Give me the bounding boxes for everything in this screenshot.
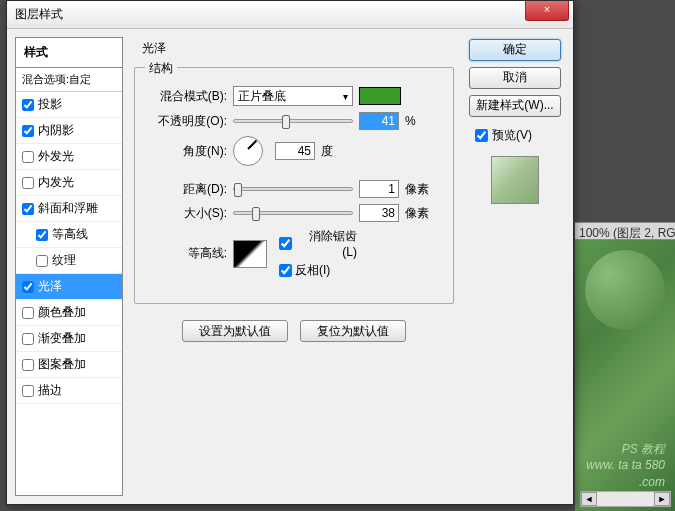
titlebar[interactable]: 图层样式 × — [7, 1, 573, 29]
styles-list: 样式 混合选项:自定 投影内阴影外发光内发光斜面和浮雕等高线纹理光泽颜色叠加渐变… — [15, 37, 123, 496]
action-panel: 确定 取消 新建样式(W)... 预览(V) — [465, 37, 565, 496]
angle-unit: 度 — [321, 143, 351, 160]
preview-checkbox[interactable]: 预览(V) — [469, 127, 561, 144]
size-input[interactable]: 38 — [359, 204, 399, 222]
structure-group: 结构 混合模式(B): 正片叠底 不透明度(O): 41 % 角度(N): — [134, 67, 454, 304]
opacity-unit: % — [405, 114, 435, 128]
style-item-3[interactable]: 内发光 — [16, 170, 122, 196]
blend-mode-value: 正片叠底 — [238, 88, 286, 105]
restore-default-button[interactable]: 复位为默认值 — [300, 320, 406, 342]
style-checkbox-2[interactable] — [22, 151, 34, 163]
preview-swatch[interactable] — [491, 156, 539, 204]
styles-header[interactable]: 样式 — [16, 38, 122, 68]
style-item-5[interactable]: 等高线 — [16, 222, 122, 248]
antialias-input[interactable] — [279, 237, 292, 250]
antialias-label: 消除锯齿(L) — [295, 228, 357, 259]
style-label-0: 投影 — [38, 96, 62, 113]
angle-label: 角度(N): — [149, 143, 227, 160]
contour-label: 等高线: — [149, 245, 227, 262]
close-button[interactable]: × — [525, 1, 569, 21]
preview-label: 预览(V) — [492, 127, 532, 144]
style-label-4: 斜面和浮雕 — [38, 200, 98, 217]
watermark: PS 教程 www. ta ta 580 .com — [575, 441, 665, 491]
opacity-input[interactable]: 41 — [359, 112, 399, 130]
style-label-11: 描边 — [38, 382, 62, 399]
style-checkbox-7[interactable] — [22, 281, 34, 293]
invert-checkbox[interactable]: 反相(I) — [279, 262, 357, 279]
style-checkbox-6[interactable] — [36, 255, 48, 267]
opacity-label: 不透明度(O): — [149, 113, 227, 130]
style-item-10[interactable]: 图案叠加 — [16, 352, 122, 378]
size-thumb[interactable] — [252, 207, 260, 221]
distance-thumb[interactable] — [234, 183, 242, 197]
contour-picker[interactable] — [233, 240, 267, 268]
style-checkbox-8[interactable] — [22, 307, 34, 319]
distance-label: 距离(D): — [149, 181, 227, 198]
document-tab[interactable]: 100% (图层 2, RG — [575, 222, 675, 240]
set-default-button[interactable]: 设置为默认值 — [182, 320, 288, 342]
style-item-2[interactable]: 外发光 — [16, 144, 122, 170]
style-item-6[interactable]: 纹理 — [16, 248, 122, 274]
style-item-9[interactable]: 渐变叠加 — [16, 326, 122, 352]
section-title: 光泽 — [138, 40, 170, 57]
style-label-10: 图案叠加 — [38, 356, 86, 373]
blend-mode-label: 混合模式(B): — [149, 88, 227, 105]
preview-input[interactable] — [475, 129, 488, 142]
style-item-0[interactable]: 投影 — [16, 92, 122, 118]
style-label-9: 渐变叠加 — [38, 330, 86, 347]
style-checkbox-3[interactable] — [22, 177, 34, 189]
blend-options-item[interactable]: 混合选项:自定 — [16, 68, 122, 92]
scroll-right-button[interactable]: ► — [654, 492, 670, 506]
style-checkbox-1[interactable] — [22, 125, 34, 137]
style-label-2: 外发光 — [38, 148, 74, 165]
style-label-1: 内阴影 — [38, 122, 74, 139]
size-slider[interactable] — [233, 211, 353, 215]
color-swatch[interactable] — [359, 87, 401, 105]
canvas-image: PS 教程 www. ta ta 580 .com — [575, 240, 675, 511]
style-checkbox-11[interactable] — [22, 385, 34, 397]
invert-input[interactable] — [279, 264, 292, 277]
style-checkbox-9[interactable] — [22, 333, 34, 345]
angle-input[interactable]: 45 — [275, 142, 315, 160]
invert-label: 反相(I) — [295, 262, 330, 279]
opacity-thumb[interactable] — [282, 115, 290, 129]
distance-unit: 像素 — [405, 181, 435, 198]
layer-style-dialog: 图层样式 × 样式 混合选项:自定 投影内阴影外发光内发光斜面和浮雕等高线纹理光… — [6, 0, 574, 505]
style-label-6: 纹理 — [52, 252, 76, 269]
cancel-button[interactable]: 取消 — [469, 67, 561, 89]
style-checkbox-0[interactable] — [22, 99, 34, 111]
size-label: 大小(S): — [149, 205, 227, 222]
dialog-title: 图层样式 — [15, 6, 63, 23]
style-label-7: 光泽 — [38, 278, 62, 295]
scroll-left-button[interactable]: ◄ — [581, 492, 597, 506]
style-label-8: 颜色叠加 — [38, 304, 86, 321]
angle-dial[interactable] — [233, 136, 263, 166]
distance-input[interactable]: 1 — [359, 180, 399, 198]
style-checkbox-4[interactable] — [22, 203, 34, 215]
style-item-11[interactable]: 描边 — [16, 378, 122, 404]
new-style-button[interactable]: 新建样式(W)... — [469, 95, 561, 117]
style-checkbox-5[interactable] — [36, 229, 48, 241]
blend-mode-select[interactable]: 正片叠底 — [233, 86, 353, 106]
style-label-5: 等高线 — [52, 226, 88, 243]
size-unit: 像素 — [405, 205, 435, 222]
watermark-line2: www. ta ta 580 .com — [575, 457, 665, 491]
style-label-3: 内发光 — [38, 174, 74, 191]
style-item-4[interactable]: 斜面和浮雕 — [16, 196, 122, 222]
style-item-7[interactable]: 光泽 — [16, 274, 122, 300]
opacity-slider[interactable] — [233, 119, 353, 123]
watermark-line1: PS 教程 — [575, 441, 665, 458]
antialias-checkbox[interactable]: 消除锯齿(L) — [279, 228, 357, 259]
group-title: 结构 — [145, 60, 177, 77]
style-item-8[interactable]: 颜色叠加 — [16, 300, 122, 326]
horizontal-scrollbar[interactable]: ◄ ► — [580, 491, 671, 507]
style-item-1[interactable]: 内阴影 — [16, 118, 122, 144]
style-checkbox-10[interactable] — [22, 359, 34, 371]
distance-slider[interactable] — [233, 187, 353, 191]
scroll-track[interactable] — [597, 492, 654, 506]
settings-panel: 光泽 结构 混合模式(B): 正片叠底 不透明度(O): 41 % — [123, 37, 465, 496]
ok-button[interactable]: 确定 — [469, 39, 561, 61]
